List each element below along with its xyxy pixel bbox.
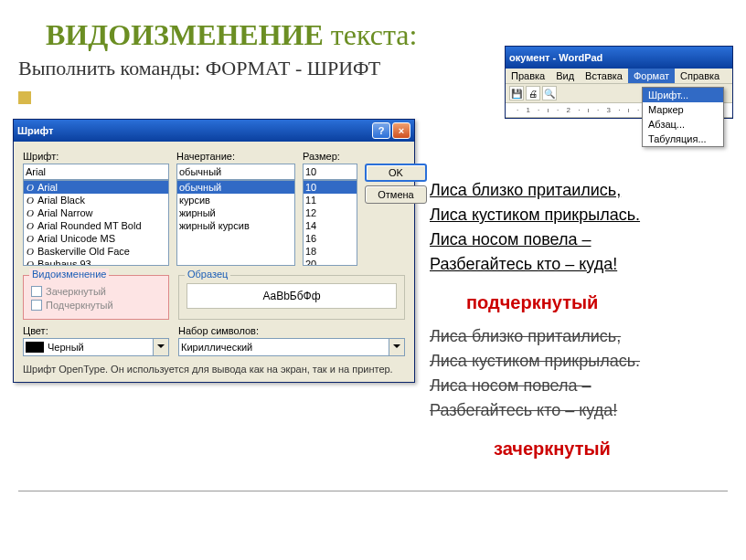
cancel-button[interactable]: Отмена <box>365 185 427 204</box>
accent-square <box>18 91 31 104</box>
dropdown-font[interactable]: Шрифт... <box>643 88 723 102</box>
dropdown-tabs[interactable]: Табуляция... <box>643 132 723 146</box>
size-list[interactable]: 10 11 12 14 16 18 20 <box>303 180 357 266</box>
style-item: жирный <box>179 207 216 218</box>
font-item: Baskerville Old Face <box>37 246 130 257</box>
font-label: Шрифт: <box>23 151 169 162</box>
menu-view[interactable]: Вид <box>550 69 580 83</box>
effects-label: Видоизменение <box>29 269 109 280</box>
poem-line: Лиса близко притаились, <box>430 324 640 349</box>
font-item: Arial Black <box>37 195 85 206</box>
size-item: 11 <box>305 195 316 206</box>
format-dropdown: Шрифт... Маркер Абзац... Табуляция... <box>642 87 724 147</box>
font-input[interactable] <box>23 164 169 180</box>
menu-format[interactable]: Формат <box>628 69 675 83</box>
color-combo[interactable]: Черный <box>23 338 169 356</box>
size-item: 18 <box>305 246 316 257</box>
size-item: 14 <box>305 220 316 231</box>
title-rest: текста: <box>324 18 418 51</box>
sample-group: Образец АаВbБбФф <box>178 275 405 320</box>
style-item: жирный курсив <box>179 220 250 231</box>
font-list[interactable]: OArial OArial Black OArial Narrow OArial… <box>23 180 169 266</box>
print-icon[interactable]: 🖨 <box>526 86 540 100</box>
font-item: Arial <box>37 182 58 193</box>
color-label: Цвет: <box>23 325 169 336</box>
font-item: Bauhaus 93 <box>37 259 91 266</box>
dropdown-paragraph[interactable]: Абзац... <box>643 117 723 132</box>
poem-line: Лиса кустиком прикрылась. <box>430 349 640 374</box>
help-button[interactable]: ? <box>372 122 390 139</box>
poem-line: Лиса носом повела – <box>430 227 640 252</box>
label-strike: зачеркнутый <box>494 438 611 460</box>
size-item: 16 <box>305 233 316 244</box>
poem-strike: Лиса близко притаились, Лиса кустиком пр… <box>430 324 640 423</box>
poem-line: Разбегайтесь кто – куда! <box>430 398 640 423</box>
menu-edit[interactable]: Правка <box>506 69 550 83</box>
wp-menubar: Правка Вид Вставка Формат Справка <box>506 69 732 84</box>
preview-icon[interactable]: 🔍 <box>542 86 557 100</box>
sample-text: АаВbБбФф <box>186 283 397 309</box>
slide-title: ВИДОИЗМЕНЕНИЕ текста: <box>46 18 417 52</box>
poem-underlined: Лиса близко притаились, Лиса кустиком пр… <box>430 178 640 277</box>
style-item: курсив <box>179 195 210 206</box>
sample-label: Образец <box>185 269 230 280</box>
menu-insert[interactable]: Вставка <box>580 69 628 83</box>
dialog-titlebar: Шрифт ? × <box>14 120 414 142</box>
poem-line: Разбегайтесь кто – куда! <box>430 252 640 277</box>
font-item: Arial Rounded MT Bold <box>37 220 142 231</box>
strike-checkbox[interactable]: Зачеркнутый <box>31 286 161 297</box>
poem-line: Лиса носом повела – <box>430 374 640 398</box>
charset-label: Набор символов: <box>178 325 405 336</box>
size-item: 12 <box>305 207 316 218</box>
dropdown-bullet[interactable]: Маркер <box>643 102 723 117</box>
font-item: Arial Unicode MS <box>37 233 115 244</box>
style-input[interactable] <box>176 164 295 180</box>
charset-combo[interactable]: Кириллический <box>178 338 405 356</box>
save-icon[interactable]: 💾 <box>509 86 524 100</box>
font-item: Arial Narrow <box>37 207 93 218</box>
style-label: Начертание: <box>176 151 295 162</box>
title-bold: ВИДОИЗМЕНЕНИЕ <box>46 18 324 51</box>
slide-subtitle: Выполнить команды: ФОРМАТ - ШРИФТ <box>18 57 380 80</box>
label-underlined: подчеркнутый <box>466 292 598 313</box>
size-item: 10 <box>305 182 316 193</box>
size-item: 20 <box>305 259 316 266</box>
ok-button[interactable]: OK <box>365 164 427 182</box>
dialog-footer: Шрифт OpenType. Он используется для выво… <box>14 364 414 382</box>
font-dialog: Шрифт ? × Шрифт: OArial OArial Black OAr… <box>13 119 415 383</box>
size-input[interactable] <box>303 164 357 180</box>
dialog-title: Шрифт <box>17 125 53 136</box>
effects-group: Видоизменение Зачеркнутый Подчеркнутый <box>23 275 169 320</box>
close-button[interactable]: × <box>392 122 410 139</box>
menu-help[interactable]: Справка <box>675 69 725 83</box>
wp-titlebar: окумент - WordPad <box>506 47 732 69</box>
poem-line: Лиса близко притаились, <box>430 178 640 203</box>
style-list[interactable]: обычный курсив жирный жирный курсив <box>176 180 295 266</box>
size-label: Размер: <box>303 151 357 162</box>
bottom-divider <box>18 491 728 491</box>
underline-checkbox[interactable]: Подчеркнутый <box>31 300 161 311</box>
poem-line: Лиса кустиком прикрылась. <box>430 203 640 227</box>
wp-title: окумент - WordPad <box>509 52 602 63</box>
style-item: обычный <box>179 182 221 193</box>
